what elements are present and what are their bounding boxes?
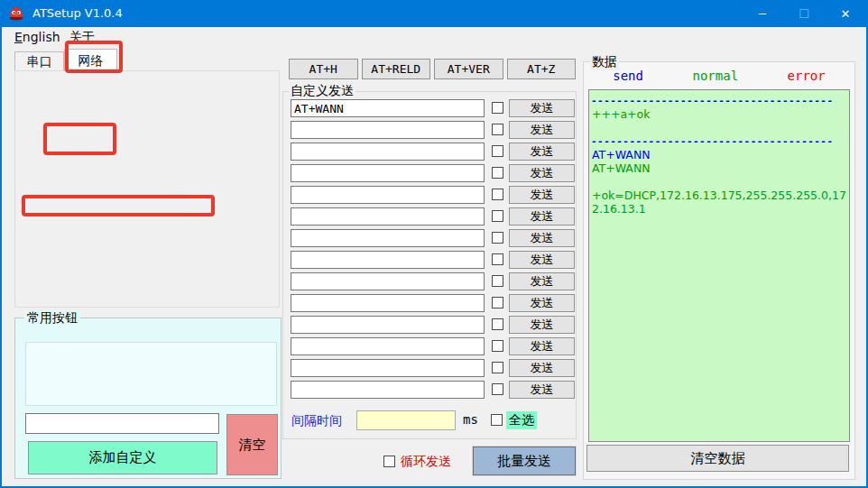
log-line: +++a+ok xyxy=(592,107,846,121)
send-button[interactable]: 发送 xyxy=(509,294,575,312)
row-checkbox[interactable] xyxy=(492,340,503,352)
select-all-label[interactable]: 全选 xyxy=(506,411,537,429)
send-button[interactable]: 发送 xyxy=(509,381,575,399)
custom-send-title: 自定义发送 xyxy=(289,83,356,99)
interval-input[interactable] xyxy=(356,410,456,430)
custom-send-row: 发送 xyxy=(291,381,576,401)
legend-entry: error xyxy=(788,69,826,83)
command-input[interactable] xyxy=(291,381,485,399)
command-input[interactable] xyxy=(291,121,485,139)
app-logo-icon xyxy=(8,5,24,22)
custom-name-input[interactable] xyxy=(25,413,219,434)
app-window: ATSetup V1.0.4 ─ ☐ ✕ English 关于 串口 网络 端口… xyxy=(0,0,868,488)
command-input[interactable] xyxy=(291,359,485,377)
tab-network[interactable]: 网络 xyxy=(64,49,117,71)
legend-entry: send xyxy=(613,69,643,83)
row-checkbox[interactable] xyxy=(492,297,503,308)
row-checkbox[interactable] xyxy=(492,383,503,395)
add-custom-button[interactable]: 添加自定义 xyxy=(28,441,217,474)
command-input[interactable] xyxy=(291,143,485,161)
custom-send-row: 发送 xyxy=(291,272,576,292)
command-input[interactable] xyxy=(291,207,485,226)
row-checkbox[interactable] xyxy=(492,253,503,265)
send-button[interactable]: 发送 xyxy=(509,337,575,355)
select-all-checkbox[interactable] xyxy=(491,414,503,426)
send-button[interactable]: 发送 xyxy=(509,121,575,139)
row-checkbox[interactable] xyxy=(492,232,503,244)
menu-item-about[interactable]: 关于 xyxy=(69,30,95,46)
row-checkbox[interactable] xyxy=(492,275,503,287)
custom-send-row: 发送 xyxy=(291,186,576,206)
custom-send-row: 发送 xyxy=(291,229,576,249)
row-checkbox[interactable] xyxy=(492,102,503,114)
common-buttons-title: 常用按钮 xyxy=(24,310,80,327)
row-checkbox[interactable] xyxy=(492,124,503,135)
custom-send-row: AT+WANN 发送 xyxy=(291,99,576,119)
log-line: AT+WANN xyxy=(592,161,846,175)
command-input[interactable] xyxy=(291,186,485,204)
send-button[interactable]: 发送 xyxy=(509,207,575,226)
command-input[interactable] xyxy=(291,229,485,247)
row-checkbox[interactable] xyxy=(492,167,503,179)
window-title: ATSetup V1.0.4 xyxy=(32,6,123,20)
minimize-button[interactable]: ─ xyxy=(742,0,783,27)
loop-send-label[interactable]: 循环发送 xyxy=(401,454,451,470)
command-input[interactable] xyxy=(291,164,485,182)
log-line: AT+WANN xyxy=(592,148,846,161)
log-line xyxy=(592,121,846,134)
command-input[interactable] xyxy=(291,316,485,334)
quick-at-button[interactable]: AT+H xyxy=(289,59,358,79)
row-checkbox[interactable] xyxy=(492,189,503,200)
command-input[interactable] xyxy=(291,337,485,355)
send-button[interactable]: 发送 xyxy=(509,186,575,204)
log-line: -------------------------------------- xyxy=(592,94,846,107)
batch-send-button[interactable]: 批量发送 xyxy=(473,447,576,475)
quick-at-button[interactable]: AT+RELD xyxy=(362,59,431,79)
data-log[interactable]: --------------------------------------++… xyxy=(588,89,850,442)
custom-send-row: 发送 xyxy=(291,359,576,379)
log-legend: sendnormalerror xyxy=(588,69,850,83)
custom-send-row: 发送 xyxy=(291,251,576,271)
custom-send-row: 发送 xyxy=(291,207,576,227)
clear-data-button[interactable]: 清空数据 xyxy=(586,445,849,472)
command-input[interactable] xyxy=(291,272,485,290)
title-bar[interactable]: ATSetup V1.0.4 ─ ☐ ✕ xyxy=(0,0,868,27)
common-buttons-list[interactable] xyxy=(25,342,277,406)
row-checkbox[interactable] xyxy=(492,210,503,222)
send-button[interactable]: 发送 xyxy=(509,251,575,269)
row-checkbox[interactable] xyxy=(492,145,503,157)
send-button[interactable]: 发送 xyxy=(509,272,575,290)
command-input[interactable] xyxy=(291,251,485,269)
custom-send-row: 发送 xyxy=(291,337,576,357)
menu-item-english[interactable]: English xyxy=(14,30,60,44)
row-checkbox[interactable] xyxy=(492,318,503,330)
custom-send-row: 发送 xyxy=(291,316,576,336)
send-button[interactable]: 发送 xyxy=(509,316,575,334)
command-input[interactable]: AT+WANN xyxy=(291,99,485,117)
quick-buttons-row: AT+HAT+RELDAT+VERAT+Z xyxy=(289,59,576,79)
custom-send-row: 发送 xyxy=(291,121,576,141)
menu-bar: English 关于 xyxy=(0,27,864,49)
custom-send-rows: AT+WANN 发送 发送 发送 发送 xyxy=(291,99,576,402)
quick-at-button[interactable]: AT+VER xyxy=(434,59,503,79)
send-button[interactable]: 发送 xyxy=(509,164,575,182)
custom-send-row: 发送 xyxy=(291,143,576,162)
clear-button[interactable]: 清空 xyxy=(226,414,278,475)
interval-label: 间隔时间 xyxy=(291,413,342,429)
loop-send-checkbox[interactable] xyxy=(383,456,395,467)
quick-at-button[interactable]: AT+Z xyxy=(507,59,577,79)
command-input[interactable] xyxy=(291,294,485,312)
send-button[interactable]: 发送 xyxy=(509,359,575,377)
custom-send-row: 发送 xyxy=(291,164,576,184)
log-line: +ok=DHCP,172.16.13.175,255.255.255.0,172… xyxy=(592,189,846,216)
custom-send-row: 发送 xyxy=(291,294,576,314)
send-button[interactable]: 发送 xyxy=(509,143,575,161)
send-button[interactable]: 发送 xyxy=(509,99,575,117)
send-button[interactable]: 发送 xyxy=(509,229,575,247)
network-tab-page xyxy=(14,70,280,308)
close-button[interactable]: ✕ xyxy=(825,0,866,27)
tab-serial[interactable]: 串口 xyxy=(14,51,64,71)
row-checkbox[interactable] xyxy=(492,362,503,373)
maximize-button[interactable]: ☐ xyxy=(783,0,825,27)
log-line xyxy=(592,175,846,189)
